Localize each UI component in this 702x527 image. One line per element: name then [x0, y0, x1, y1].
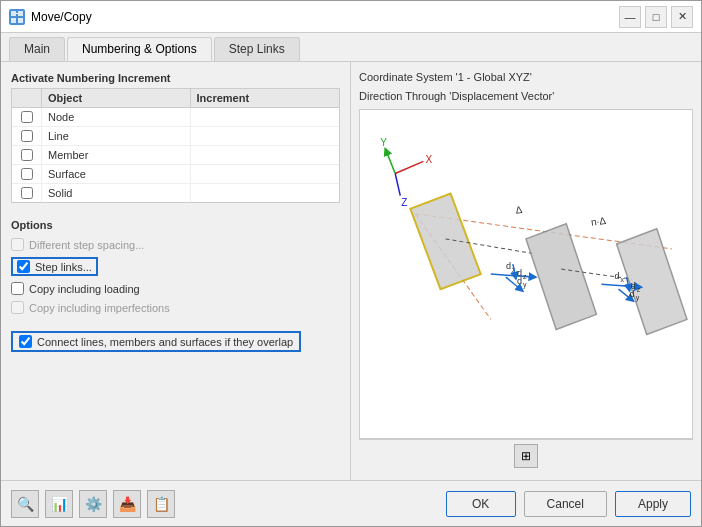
line-checkbox[interactable]	[21, 130, 33, 142]
footer: 🔍 📊 ⚙️ 📥 📋 OK Cancel Apply	[1, 480, 701, 526]
option-row-copy-loading: Copy including loading	[11, 279, 340, 298]
tab-main[interactable]: Main	[9, 37, 65, 61]
apply-button[interactable]: Apply	[615, 491, 691, 517]
copy-loading-label: Copy including loading	[29, 283, 140, 295]
step-spacing-label: Different step spacing...	[29, 239, 144, 251]
svg-marker-17	[526, 224, 596, 330]
tab-bar: Main Numbering & Options Step Links	[1, 33, 701, 62]
right-panel: Coordinate System '1 - Global XYZ' Direc…	[351, 62, 701, 480]
options-section: Options Different step spacing... Step l…	[11, 219, 340, 352]
diagram-icon-row: ⊞	[359, 439, 693, 472]
svg-text:y: y	[636, 294, 640, 302]
solid-checkbox[interactable]	[21, 187, 33, 199]
coord-label-line2: Direction Through 'Displacement Vector'	[359, 89, 693, 104]
option-row-step-spacing: Different step spacing...	[11, 235, 340, 254]
cancel-button[interactable]: Cancel	[524, 491, 607, 517]
coord-label-line1: Coordinate System '1 - Global XYZ'	[359, 70, 693, 85]
svg-rect-3	[18, 18, 23, 23]
title-bar: Move/Copy — □ ✕	[1, 1, 701, 33]
row-surface-check-cell	[12, 165, 42, 183]
node-checkbox[interactable]	[21, 111, 33, 123]
copy-imperfections-label: Copy including imperfections	[29, 302, 170, 314]
svg-text:y: y	[523, 281, 527, 289]
svg-text:d: d	[615, 271, 620, 281]
col-object: Object	[42, 89, 191, 107]
close-button[interactable]: ✕	[671, 6, 693, 28]
ok-button[interactable]: OK	[446, 491, 516, 517]
svg-text:d: d	[631, 281, 636, 291]
row-line-label: Line	[42, 127, 191, 145]
footer-icons: 🔍 📊 ⚙️ 📥 📋	[11, 490, 175, 518]
svg-line-7	[395, 161, 423, 173]
col-check	[12, 89, 42, 107]
svg-marker-15	[410, 193, 480, 289]
table-row: Node	[12, 108, 339, 127]
svg-line-20	[491, 274, 536, 277]
table-row: Surface	[12, 165, 339, 184]
row-node-increment	[191, 114, 340, 120]
step-links-label: Step links...	[35, 261, 92, 273]
diagram-svg: Y X Z Δ n·Δ	[360, 110, 692, 438]
svg-text:d: d	[517, 268, 522, 278]
svg-rect-1	[18, 11, 23, 16]
download-icon-button[interactable]: 📥	[113, 490, 141, 518]
numbering-section: Activate Numbering Increment Object Incr…	[11, 72, 340, 203]
numbering-section-title: Activate Numbering Increment	[11, 72, 340, 84]
minimize-button[interactable]: —	[619, 6, 641, 28]
chart-icon-button[interactable]: 📊	[45, 490, 73, 518]
svg-text:z: z	[523, 273, 527, 280]
col-increment: Increment	[191, 89, 340, 107]
svg-text:n·Δ: n·Δ	[590, 215, 607, 228]
surface-checkbox[interactable]	[21, 168, 33, 180]
diagram-icon-button[interactable]: ⊞	[514, 444, 538, 468]
connect-box: Connect lines, members and surfaces if t…	[11, 331, 301, 352]
window-icon	[9, 9, 25, 25]
table-header: Object Increment	[12, 89, 339, 108]
step-links-box: Step links...	[11, 257, 98, 276]
svg-text:z: z	[637, 286, 641, 293]
row-node-label: Node	[42, 108, 191, 126]
window-title: Move/Copy	[31, 10, 92, 24]
connect-label: Connect lines, members and surfaces if t…	[37, 336, 293, 348]
copy-loading-checkbox[interactable]	[11, 282, 24, 295]
tab-numbering-options[interactable]: Numbering & Options	[67, 37, 212, 61]
svg-text:X: X	[425, 154, 432, 165]
step-links-checkbox[interactable]	[17, 260, 30, 273]
numbering-table: Object Increment Node Line	[11, 88, 340, 203]
svg-text:d: d	[506, 261, 511, 271]
copy-imperfections-checkbox[interactable]	[11, 301, 24, 314]
gear-icon-button[interactable]: ⚙️	[79, 490, 107, 518]
row-solid-label: Solid	[42, 184, 191, 202]
main-window: Move/Copy — □ ✕ Main Numbering & Options…	[0, 0, 702, 527]
row-node-check-cell	[12, 108, 42, 126]
row-member-increment	[191, 152, 340, 158]
tab-step-links[interactable]: Step Links	[214, 37, 300, 61]
search-icon-button[interactable]: 🔍	[11, 490, 39, 518]
clipboard-icon-button[interactable]: 📋	[147, 490, 175, 518]
title-bar-left: Move/Copy	[9, 9, 92, 25]
svg-text:Y: Y	[380, 137, 387, 148]
title-controls: — □ ✕	[619, 6, 693, 28]
row-surface-label: Surface	[42, 165, 191, 183]
option-row-step-links: Step links...	[11, 254, 340, 279]
option-row-copy-imperfections: Copy including imperfections	[11, 298, 340, 317]
footer-buttons: OK Cancel Apply	[446, 491, 691, 517]
svg-text:x: x	[621, 276, 625, 283]
svg-line-9	[395, 173, 400, 195]
connect-row: Connect lines, members and surfaces if t…	[11, 325, 340, 352]
svg-line-5	[385, 148, 395, 173]
diagram-area: Y X Z Δ n·Δ	[359, 109, 693, 439]
maximize-button[interactable]: □	[645, 6, 667, 28]
connect-checkbox[interactable]	[19, 335, 32, 348]
table-row: Member	[12, 146, 339, 165]
content-area: Activate Numbering Increment Object Incr…	[1, 62, 701, 480]
row-line-increment	[191, 133, 340, 139]
svg-rect-0	[11, 11, 16, 16]
svg-rect-2	[11, 18, 16, 23]
svg-text:Δ: Δ	[515, 204, 523, 216]
table-row: Solid	[12, 184, 339, 202]
row-member-label: Member	[42, 146, 191, 164]
svg-text:Z: Z	[401, 196, 407, 207]
member-checkbox[interactable]	[21, 149, 33, 161]
step-spacing-checkbox[interactable]	[11, 238, 24, 251]
